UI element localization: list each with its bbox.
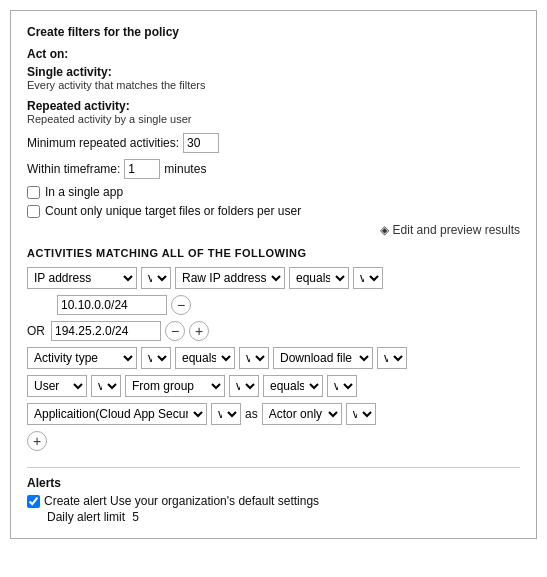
unique-files-label: Count only unique target files or folder…: [45, 204, 301, 218]
repeated-activity-desc: Repeated activity by a single user: [27, 113, 520, 125]
filter2-value-input[interactable]: [57, 295, 167, 315]
filter-row-5: User v From group v equals v: [27, 375, 520, 397]
filter5-op-select[interactable]: equals: [263, 375, 323, 397]
add-filter-btn[interactable]: +: [27, 431, 47, 451]
filter3-remove-btn[interactable]: −: [165, 321, 185, 341]
filter5-field-arrow[interactable]: v: [91, 375, 121, 397]
repeated-activity-name: Repeated activity:: [27, 99, 520, 113]
activities-header: ACTIVITIES MATCHING ALL OF THE FOLLOWING: [27, 247, 520, 259]
single-activity-desc: Every activity that matches the filters: [27, 79, 520, 91]
min-repeated-row: Minimum repeated activities:: [27, 133, 520, 153]
filter6-app-arrow[interactable]: v: [211, 403, 241, 425]
filter6-role-arrow[interactable]: v: [346, 403, 376, 425]
daily-limit-label: Daily alert limit: [47, 510, 125, 524]
timeframe-label: Within timeframe:: [27, 162, 120, 176]
filter-row-2: −: [27, 295, 520, 315]
act-on-label: Act on:: [27, 47, 520, 61]
create-alert-row: Create alert Use your organization's def…: [27, 494, 520, 508]
page-title: Create filters for the policy: [27, 25, 520, 39]
filter-row-3: OR − +: [27, 321, 520, 341]
filter4-value-select[interactable]: Download file: [273, 347, 373, 369]
filter4-value-arrow[interactable]: v: [377, 347, 407, 369]
daily-limit-value: 5: [132, 510, 139, 524]
alerts-section: Alerts Create alert Use your organizatio…: [27, 476, 520, 524]
create-alert-checkbox[interactable]: [27, 495, 40, 508]
filter4-op-arrow[interactable]: v: [239, 347, 269, 369]
filter-row-6: Applicaition(Cloud App Security) v as Ac…: [27, 403, 520, 425]
filter5-op-arrow[interactable]: v: [327, 375, 357, 397]
filter3-add-btn[interactable]: +: [189, 321, 209, 341]
repeated-activity-block: Repeated activity: Repeated activity by …: [27, 99, 520, 125]
filter1-op-select[interactable]: equals: [289, 267, 349, 289]
single-activity-name: Single activity:: [27, 65, 520, 79]
timeframe-row: Within timeframe: minutes: [27, 159, 520, 179]
filter3-value-input[interactable]: [51, 321, 161, 341]
single-app-row: In a single app: [27, 185, 520, 199]
preview-link[interactable]: ◈ Edit and preview results: [27, 223, 520, 237]
single-app-checkbox[interactable]: [27, 186, 40, 199]
create-alert-text: Create alert Use your organization's def…: [44, 494, 319, 508]
daily-limit-row: Daily alert limit 5: [27, 510, 520, 524]
alerts-title: Alerts: [27, 476, 520, 490]
preview-label: Edit and preview results: [393, 223, 520, 237]
single-app-label: In a single app: [45, 185, 123, 199]
preview-icon: ◈: [380, 223, 389, 237]
filter1-field-arrow[interactable]: v: [141, 267, 171, 289]
unique-files-checkbox[interactable]: [27, 205, 40, 218]
filter1-field-select[interactable]: IP address: [27, 267, 137, 289]
as-label: as: [245, 407, 258, 421]
filter4-op-select[interactable]: equals: [175, 347, 235, 369]
filter6-role-select[interactable]: Actor only: [262, 403, 342, 425]
filter5-group-arrow[interactable]: v: [229, 375, 259, 397]
filter1-op-arrow[interactable]: v: [353, 267, 383, 289]
filter2-remove-btn[interactable]: −: [171, 295, 191, 315]
filter-row-1: IP address v Raw IP address equals v: [27, 267, 520, 289]
filter4-field-select[interactable]: Activity type: [27, 347, 137, 369]
filter-row-4: Activity type v equals v Download file v: [27, 347, 520, 369]
filter1-type-select[interactable]: Raw IP address: [175, 267, 285, 289]
single-activity-block: Single activity: Every activity that mat…: [27, 65, 520, 91]
min-repeated-input[interactable]: [183, 133, 219, 153]
timeframe-unit: minutes: [164, 162, 206, 176]
filter4-field-arrow[interactable]: v: [141, 347, 171, 369]
unique-files-row: Count only unique target files or folder…: [27, 204, 520, 218]
filter5-group-select[interactable]: From group: [125, 375, 225, 397]
filter5-field-select[interactable]: User: [27, 375, 87, 397]
filter6-app-select[interactable]: Applicaition(Cloud App Security): [27, 403, 207, 425]
timeframe-input[interactable]: [124, 159, 160, 179]
or-label: OR: [27, 324, 47, 338]
min-repeated-label: Minimum repeated activities:: [27, 136, 179, 150]
